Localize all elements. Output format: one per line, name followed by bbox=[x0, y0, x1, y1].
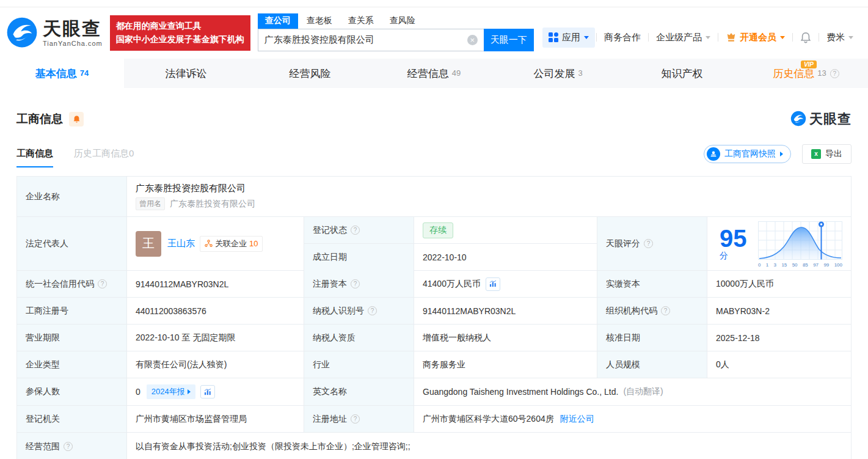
related-companies-count: 10 bbox=[249, 239, 258, 248]
search-button[interactable]: 天眼一下 bbox=[484, 29, 534, 51]
logo-domain: TianYanCha.com bbox=[43, 40, 103, 47]
subscribe-bell-icon[interactable] bbox=[69, 112, 84, 127]
field-label-company-type: 企业类型 bbox=[17, 351, 127, 378]
nav-enterprise-products[interactable]: 企业级产品 bbox=[650, 32, 717, 43]
field-value-reg-capital: 41400万人民币 bbox=[414, 271, 597, 298]
section-title: 工商信息 bbox=[16, 111, 63, 127]
insured-chart-icon[interactable] bbox=[200, 385, 215, 398]
slogan-banner: 都在用的商业查询工具 国家中小企业发展子基金旗下机构 bbox=[110, 15, 250, 50]
field-label-taxpayer-id: 纳税人识别号 bbox=[304, 298, 414, 325]
official-snapshot-button[interactable]: 工商官网快照 bbox=[704, 145, 791, 163]
field-label-est-date: 成立日期 bbox=[304, 244, 414, 271]
user-menu[interactable]: 费米 bbox=[820, 32, 859, 43]
subtab-history-business-info[interactable]: 历史工商信息0 bbox=[74, 148, 134, 167]
nav-divider bbox=[718, 33, 718, 42]
search-tab-company[interactable]: 查公司 bbox=[258, 13, 298, 29]
tianyancha-eye-icon bbox=[790, 111, 806, 128]
subtab-business-info[interactable]: 工商信息 bbox=[16, 148, 53, 167]
excel-icon: x bbox=[811, 149, 821, 159]
tab-count: 49 bbox=[452, 68, 461, 78]
tab-label: 公司发展 bbox=[533, 67, 575, 81]
field-label-staff-size: 人员规模 bbox=[597, 351, 707, 378]
help-icon[interactable] bbox=[644, 239, 653, 248]
related-companies-badge[interactable]: 关联企业 10 bbox=[200, 236, 263, 252]
field-value-credit-code: 91440112MABYR03N2L bbox=[127, 271, 304, 298]
top-nav: 应用 商务合作 企业级产品 开通会员 费米 bbox=[542, 28, 859, 48]
field-value-approval-date: 2025-12-18 bbox=[707, 325, 851, 351]
help-icon[interactable] bbox=[64, 442, 73, 451]
tab-intellectual-property[interactable]: 知识产权 bbox=[620, 59, 744, 88]
arrow-right-icon bbox=[188, 389, 191, 394]
former-name-tag: 曾用名 bbox=[136, 197, 165, 210]
export-button[interactable]: x 导出 bbox=[802, 144, 852, 164]
field-label-english-name: 英文名称 bbox=[304, 378, 414, 406]
help-icon[interactable] bbox=[368, 306, 377, 315]
notification-bell-icon[interactable] bbox=[794, 32, 817, 43]
slogan-line1: 都在用的商业查询工具 bbox=[116, 20, 244, 33]
org-network-icon bbox=[205, 240, 213, 248]
tianyancha-watermark: 天眼查 bbox=[790, 110, 852, 128]
apps-menu-label: 应用 bbox=[562, 32, 580, 43]
slogan-line2: 国家中小企业发展子基金旗下机构 bbox=[116, 33, 244, 46]
field-label-score: 天眼评分 bbox=[597, 217, 707, 271]
search-tab-risk[interactable]: 查风险 bbox=[382, 13, 423, 29]
field-value-org-code: MABYR03N-2 bbox=[707, 298, 851, 325]
annual-report-badge[interactable]: 2024年报 bbox=[147, 384, 195, 399]
score-unit: 分 bbox=[720, 251, 728, 260]
chevron-down-icon bbox=[848, 36, 853, 39]
field-label-approval-date: 核准日期 bbox=[597, 325, 707, 351]
field-label-business-scope: 经营范围 bbox=[17, 433, 127, 459]
tab-legal-litigation[interactable]: 法律诉讼 bbox=[124, 59, 248, 88]
status-badge: 存续 bbox=[423, 222, 453, 238]
field-value-business-term: 2022-10-10 至 无固定期限 bbox=[127, 325, 304, 351]
field-value-taxpayer-quality: 增值税一般纳税人 bbox=[414, 325, 597, 351]
field-label-reg-address: 注册地址 bbox=[304, 406, 414, 433]
search-tab-boss[interactable]: 查老板 bbox=[299, 13, 340, 29]
field-value-reg-number: 440112003863576 bbox=[127, 298, 304, 325]
tianyancha-eye-icon bbox=[6, 17, 38, 50]
search-block: 查公司 查老板 查关系 查风险 天眼一下 bbox=[258, 13, 534, 51]
field-label-insured-count: 参保人数 bbox=[17, 378, 127, 406]
chevron-down-icon bbox=[584, 36, 589, 39]
help-icon[interactable] bbox=[830, 69, 839, 78]
score-distribution-chart: 0131550859799100 bbox=[758, 220, 842, 268]
main-content: 工商信息 天眼查 工商信息 历史工商信息0 bbox=[0, 110, 868, 459]
clear-icon[interactable] bbox=[467, 35, 478, 45]
field-label-reg-capital: 注册资本 bbox=[304, 271, 414, 298]
page-top-divider bbox=[0, 0, 868, 7]
tab-business-info[interactable]: 经营信息 49 bbox=[372, 59, 496, 88]
help-icon[interactable] bbox=[351, 279, 360, 288]
search-input[interactable] bbox=[258, 29, 484, 51]
field-label-reg-authority: 登记机关 bbox=[17, 406, 127, 433]
nav-divider bbox=[792, 33, 793, 42]
field-value-score: 95分 bbox=[707, 217, 851, 271]
tab-label: 经营风险 bbox=[290, 67, 331, 81]
legal-rep-avatar[interactable]: 王 bbox=[136, 231, 161, 257]
help-icon[interactable] bbox=[351, 226, 360, 235]
field-value-taxpayer-id: 91440112MABYR03N2L bbox=[414, 298, 597, 325]
capital-chart-icon[interactable] bbox=[486, 277, 500, 291]
tab-count: 3 bbox=[578, 68, 582, 78]
tab-operation-risk[interactable]: 经营风险 bbox=[248, 59, 372, 88]
arrow-right-icon bbox=[780, 152, 783, 156]
tab-history-info[interactable]: VIP 历史信息 13 bbox=[744, 59, 868, 88]
help-icon[interactable] bbox=[98, 279, 107, 288]
tianyancha-logo[interactable]: 天眼查 TianYanCha.com bbox=[6, 17, 103, 50]
field-label-paid-capital: 实缴资本 bbox=[597, 271, 707, 298]
nearby-companies-link[interactable]: 附近公司 bbox=[560, 414, 594, 425]
help-icon[interactable] bbox=[351, 414, 360, 424]
nav-cooperation[interactable]: 商务合作 bbox=[598, 32, 647, 43]
tab-count: 74 bbox=[80, 68, 89, 78]
logo-title: 天眼查 bbox=[43, 20, 103, 38]
tab-label: 经营信息 bbox=[407, 67, 449, 81]
nav-vip-label: 开通会员 bbox=[740, 32, 776, 43]
apps-menu[interactable]: 应用 bbox=[542, 28, 595, 48]
search-tab-relation[interactable]: 查关系 bbox=[341, 13, 381, 29]
tab-count: 13 bbox=[817, 68, 826, 78]
tab-company-development[interactable]: 公司发展 3 bbox=[496, 59, 620, 88]
vip-crown-icon bbox=[726, 32, 737, 42]
legal-rep-link[interactable]: 王山东 bbox=[167, 238, 195, 249]
help-icon[interactable] bbox=[661, 306, 670, 315]
nav-open-vip[interactable]: 开通会员 bbox=[720, 32, 791, 43]
tab-basic-info[interactable]: 基本信息 74 bbox=[0, 59, 124, 88]
